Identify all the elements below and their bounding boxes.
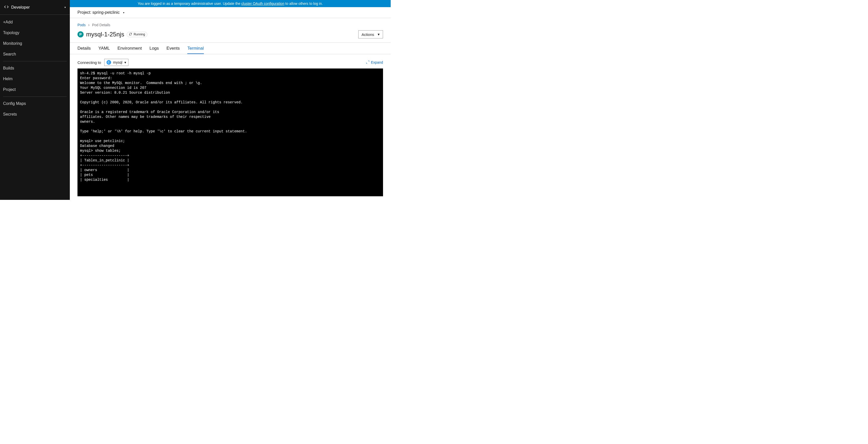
actions-button[interactable]: Actions xyxy=(358,30,383,38)
banner-text-post: to allow others to log in. xyxy=(284,2,323,6)
chevron-right-icon xyxy=(88,23,89,27)
project-selector[interactable]: Project: spring-petclinic xyxy=(70,7,391,18)
chevron-down-icon xyxy=(124,60,126,64)
admin-banner: You are logged in as a temporary adminis… xyxy=(70,0,391,7)
expand-label: Expand xyxy=(371,60,383,64)
sidebar-item--add[interactable]: +Add xyxy=(0,17,70,28)
chevron-down-icon xyxy=(123,11,124,14)
sidebar-item-config-maps[interactable]: Config Maps xyxy=(0,98,70,109)
sync-icon xyxy=(129,33,132,36)
tab-environment[interactable]: Environment xyxy=(118,43,142,54)
sidebar-item-topology[interactable]: Topology xyxy=(0,28,70,38)
expand-button[interactable]: Expand xyxy=(366,60,383,65)
connecting-label: Connecting to xyxy=(78,60,101,65)
tabs: DetailsYAMLEnvironmentLogsEventsTerminal xyxy=(70,42,391,54)
tab-events[interactable]: Events xyxy=(166,43,180,54)
breadcrumb-current: Pod Details xyxy=(92,23,110,27)
container-badge: C xyxy=(106,60,111,65)
banner-text-pre: You are logged in as a temporary adminis… xyxy=(137,2,241,6)
chevron-down-icon xyxy=(378,32,380,37)
code-icon xyxy=(4,5,9,10)
sidebar: Developer +AddTopologyMonitoringSearchBu… xyxy=(0,0,70,200)
chevron-down-icon xyxy=(64,6,66,9)
container-name: mysql xyxy=(113,60,123,64)
page-title: mysql-1-25njs xyxy=(86,31,124,38)
sidebar-item-search[interactable]: Search xyxy=(0,49,70,60)
tab-details[interactable]: Details xyxy=(78,43,91,54)
tab-terminal[interactable]: Terminal xyxy=(187,43,204,54)
sidebar-item-monitoring[interactable]: Monitoring xyxy=(0,38,70,49)
breadcrumb-root[interactable]: Pods xyxy=(78,23,86,27)
main: You are logged in as a temporary adminis… xyxy=(70,0,391,200)
banner-link[interactable]: cluster OAuth configuration xyxy=(241,2,284,6)
pod-resource-badge: P xyxy=(78,31,84,37)
terminal-output[interactable]: sh-4.2$ mysql -u root -h mysql -p Enter … xyxy=(78,68,383,196)
nav-list: +AddTopologyMonitoringSearchBuildsHelmPr… xyxy=(0,15,70,119)
status-text: Running xyxy=(133,33,145,36)
sidebar-item-project[interactable]: Project xyxy=(0,84,70,95)
perspective-switcher[interactable]: Developer xyxy=(0,0,70,15)
sidebar-item-helm[interactable]: Helm xyxy=(0,74,70,84)
container-selector[interactable]: C mysql xyxy=(104,59,129,66)
project-label: Project: spring-petclinic xyxy=(78,10,120,15)
sidebar-item-builds[interactable]: Builds xyxy=(0,63,70,74)
tab-logs[interactable]: Logs xyxy=(149,43,159,54)
breadcrumb: Pods Pod Details xyxy=(70,18,391,29)
status-badge: Running xyxy=(127,32,147,37)
tab-yaml[interactable]: YAML xyxy=(98,43,110,54)
perspective-label: Developer xyxy=(11,5,30,10)
actions-label: Actions xyxy=(362,32,374,37)
expand-icon xyxy=(366,60,370,65)
sidebar-item-secrets[interactable]: Secrets xyxy=(0,109,70,119)
